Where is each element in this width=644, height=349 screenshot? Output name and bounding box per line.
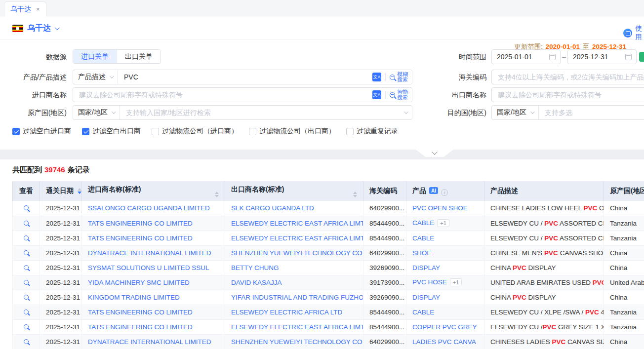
clipped-green-badge-icon[interactable]: [639, 52, 644, 62]
table-row: 2025-12-31 TATS ENGINEERING CO LIMITED E…: [13, 216, 644, 231]
product-link[interactable]: PVC OPEN SHOE: [412, 204, 468, 212]
importer-link[interactable]: DYNATRACE INTERNATIONAL LIMITED: [88, 249, 211, 257]
checkbox-icon[interactable]: [249, 128, 256, 135]
filter-checkbox[interactable]: 过滤空白出口商: [82, 127, 141, 136]
view-detail-icon[interactable]: [24, 221, 29, 226]
col-importer[interactable]: 进口商名称(标准): [82, 181, 225, 201]
translate-icon[interactable]: 文A: [372, 73, 381, 81]
exporter-link[interactable]: ELSEWEDY ELECTRIC EAST AFRICA LIMTED: [231, 234, 363, 242]
importer-link[interactable]: SSALONGO CARGO UGANDA LIMITED: [88, 204, 210, 212]
checkbox-icon[interactable]: [12, 128, 20, 135]
col-clearance-date[interactable]: 通关日期: [40, 181, 82, 201]
view-detail-icon[interactable]: [24, 324, 29, 329]
importer-link[interactable]: SYSMAT SOLUTIONS U LIMITED SSUL: [88, 264, 209, 271]
origin-type-select[interactable]: 国家/地区: [73, 106, 120, 119]
end-date-input[interactable]: [568, 53, 625, 61]
help-link[interactable]: 使用: [623, 24, 644, 42]
more-products-badge[interactable]: +1: [450, 278, 462, 286]
origin-box: 国家/地区: [73, 105, 412, 120]
data-source-label: 数据源: [12, 49, 67, 64]
col-product-desc: 产品描述: [484, 181, 604, 201]
checkbox-icon[interactable]: [346, 128, 354, 135]
filter-checkbox[interactable]: 过滤空白进口商: [12, 127, 71, 136]
tab-uganda[interactable]: 乌干达 ×: [4, 1, 46, 16]
importer-link[interactable]: KINGDOM TRADING LIMITED: [88, 294, 180, 301]
sort-icons[interactable]: [78, 188, 81, 194]
tab-export-declarations[interactable]: 出口关单: [117, 50, 161, 63]
country-name: 乌干达: [27, 23, 51, 34]
smart-search-button[interactable]: 智能 搜索: [390, 89, 412, 100]
product-link[interactable]: CABLE: [412, 219, 434, 227]
product-link[interactable]: COPPER PVC GREY: [412, 323, 477, 331]
end-date-field[interactable]: [567, 49, 637, 64]
clearance-date: 2025-12-31: [46, 204, 80, 212]
product-link[interactable]: CABLE: [412, 234, 434, 242]
view-detail-icon[interactable]: [24, 295, 29, 300]
importer-link[interactable]: TATS ENGINEERING CO LIMITED: [88, 220, 193, 227]
start-date-field[interactable]: [491, 49, 561, 64]
translate-icon[interactable]: 文A: [372, 90, 381, 99]
product-input[interactable]: [118, 73, 372, 81]
exporter-link[interactable]: DAVID KASAJJA: [231, 279, 282, 286]
tab-close-icon[interactable]: ×: [36, 5, 40, 13]
importer-link[interactable]: YIDA MACHINERY SMC LIMITED: [88, 279, 190, 286]
filter-checkbox[interactable]: 过滤重复记录: [346, 127, 398, 136]
importer-link[interactable]: TATS ENGINEERING CO LIMITED: [88, 309, 193, 316]
description-highlight: PVC: [513, 264, 526, 271]
hs-code-value: 64029900...: [369, 249, 404, 257]
exporter-link[interactable]: YIFAR INDUSTRIAL AND TRADING FUZHOU...: [231, 294, 363, 301]
help-icon: [623, 29, 632, 38]
start-date-input[interactable]: [492, 53, 549, 61]
importer-link[interactable]: DYNATRACE INTERNATIONAL LIMITED: [88, 338, 211, 346]
more-products-badge[interactable]: +1: [437, 219, 449, 227]
view-detail-icon[interactable]: [24, 250, 29, 255]
product-link[interactable]: SHOE: [412, 249, 431, 257]
filter-checkbox[interactable]: 过滤物流公司（进口商）: [152, 127, 238, 136]
hs-code-value: 39269090...: [369, 264, 404, 271]
checkbox-icon[interactable]: [152, 128, 159, 135]
col-exporter[interactable]: 出口商名称(标准): [225, 181, 363, 201]
fuzzy-search-button[interactable]: 模糊 搜索: [390, 72, 412, 82]
view-detail-icon[interactable]: [24, 310, 29, 314]
col-hs-code: 海关编码: [363, 181, 406, 201]
calendar-icon: [625, 54, 632, 60]
exporter-link[interactable]: ELSEWEDY ELECTRIC EAST AFRICA LIMTED: [231, 323, 363, 331]
hs-code-input[interactable]: [492, 73, 644, 81]
origin-input[interactable]: [120, 109, 404, 116]
destination-input[interactable]: [539, 109, 644, 116]
importer-link[interactable]: TATS ENGINEERING CO LIMITED: [88, 234, 193, 242]
tab-import-declarations[interactable]: 进口关单: [73, 50, 117, 63]
product-link[interactable]: PVC HOSE: [412, 278, 447, 286]
filter-checkbox[interactable]: 过滤物流公司（出口商）: [249, 127, 335, 136]
view-detail-icon[interactable]: [24, 339, 29, 344]
product-link[interactable]: DISPLAY: [412, 264, 440, 271]
exporter-link[interactable]: SLK CARGO UGANDA LTD: [231, 204, 314, 212]
view-detail-icon[interactable]: [24, 280, 29, 285]
product-type-select[interactable]: 产品描述: [73, 70, 118, 84]
exporter-link[interactable]: SHENZHEN YUEWEIYI TECHNOLOGY CO LTD: [231, 338, 363, 346]
view-detail-icon[interactable]: [24, 235, 29, 240]
exporter-link[interactable]: ELSEWEDY ELECTRIC EAST AFRICA LIMTED: [231, 220, 363, 227]
importer-link[interactable]: TATS ENGINEERING CO LIMITED: [88, 323, 193, 331]
exporter-input[interactable]: [492, 91, 644, 99]
product-link[interactable]: DISPLAY: [412, 294, 440, 301]
product-link[interactable]: CABLE: [412, 309, 434, 316]
data-source-tabs: 进口关单 出口关单: [73, 49, 161, 64]
country-selector[interactable]: 乌干达: [27, 23, 58, 34]
importer-input[interactable]: [73, 91, 372, 99]
product-link[interactable]: LADIES PVC CANVA: [412, 338, 476, 346]
info-icon[interactable]: i: [441, 189, 448, 196]
view-detail-icon[interactable]: [24, 205, 29, 210]
sort-icons[interactable]: [215, 192, 219, 197]
destination-type-select[interactable]: 国家/地区: [492, 106, 539, 119]
exporter-link[interactable]: ELSEWEDY ELECTRIC AFRICA LTD: [231, 309, 342, 316]
view-detail-icon[interactable]: [24, 265, 29, 270]
exporter-link[interactable]: BETTY CHUNG: [231, 264, 279, 271]
checkbox-icon[interactable]: [82, 128, 89, 135]
table-row: 2025-12-31 TATS ENGINEERING CO LIMITED E…: [13, 305, 644, 319]
filter-panel: 更新范围: 2020-01-01 至 2025-12-31 数据源 进口关单 出…: [0, 40, 644, 150]
description-highlight: PVC: [513, 294, 526, 301]
exporter-link[interactable]: SHENZHEN YUEWEIYI TECHNOLOGY CO LTD: [231, 249, 363, 257]
sort-icons[interactable]: [353, 192, 357, 197]
chevron-down-icon[interactable]: [404, 110, 408, 114]
